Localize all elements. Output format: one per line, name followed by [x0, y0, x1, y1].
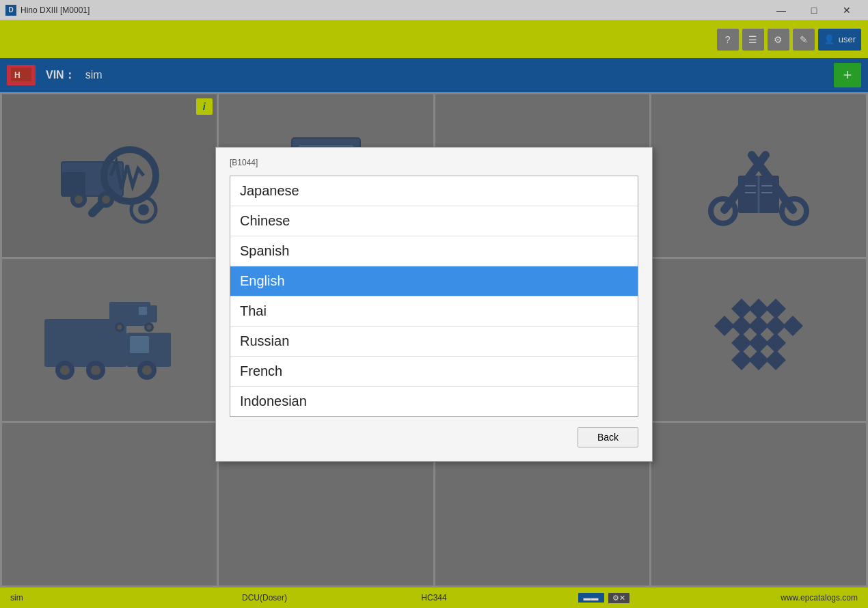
language-item-thai[interactable]: Thai: [230, 296, 638, 327]
modal-footer: Back: [230, 427, 638, 447]
language-item-japanese[interactable]: Japanese: [230, 176, 638, 206]
language-item-french[interactable]: French: [230, 357, 638, 387]
modal-id: [B1044]: [230, 158, 638, 167]
modal-overlay: [B1044] JapaneseChineseSpanishEnglishTha…: [0, 0, 868, 608]
language-item-chinese[interactable]: Chinese: [230, 206, 638, 236]
language-item-spanish[interactable]: Spanish: [230, 236, 638, 266]
language-item-english[interactable]: English: [230, 266, 638, 296]
language-list: JapaneseChineseSpanishEnglishThaiRussian…: [230, 176, 638, 417]
language-item-russian[interactable]: Russian: [230, 327, 638, 357]
back-button[interactable]: Back: [578, 427, 638, 447]
language-modal: [B1044] JapaneseChineseSpanishEnglishTha…: [215, 147, 653, 462]
language-item-indonesian[interactable]: Indonesian: [230, 387, 638, 416]
